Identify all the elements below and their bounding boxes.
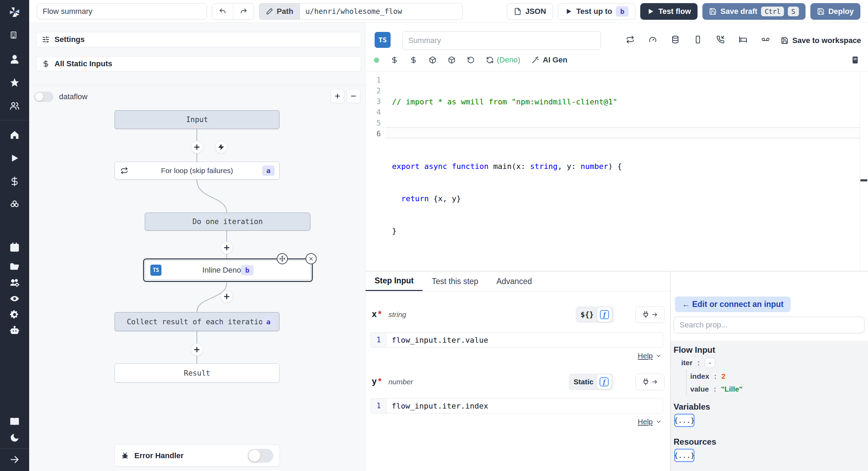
node-input[interactable]: Input	[115, 110, 279, 129]
field-y-help[interactable]: Help	[638, 418, 662, 426]
redo-icon	[240, 8, 248, 15]
history-icon[interactable]	[467, 56, 475, 64]
undo-redo-group	[212, 3, 254, 20]
save-draft-button[interactable]: Save draft Ctrl S	[702, 3, 806, 20]
field-x-help[interactable]: Help	[638, 352, 662, 360]
tree-row-index[interactable]: index : 2	[690, 372, 726, 380]
deploy-button[interactable]: Deploy	[810, 3, 860, 20]
concurrency-gauge-icon[interactable]	[649, 35, 658, 45]
windmill-logo-icon[interactable]	[0, 0, 29, 24]
step-summary-input[interactable]	[402, 31, 601, 50]
field-x-expression-editor[interactable]: 1 flow_input.iter.value	[370, 332, 663, 348]
field-x-mode-toggle[interactable]: ${} f	[576, 306, 614, 323]
sidebar-item-audit[interactable]	[0, 291, 29, 307]
test-flow-button[interactable]: Test flow	[640, 3, 698, 20]
collapse-button[interactable]: -	[705, 358, 715, 368]
sidebar-item-folders[interactable]	[0, 259, 29, 275]
variable-dollar-icon[interactable]	[391, 56, 398, 64]
sidebar-item-favorites[interactable]	[0, 71, 29, 94]
add-trigger-button[interactable]	[215, 141, 227, 153]
sleep-bed-icon[interactable]	[739, 35, 749, 45]
runtime-group[interactable]: (Deno)	[486, 55, 520, 65]
node-for-loop[interactable]: For loop (skip failures) a	[115, 162, 279, 180]
code-area[interactable]: // import * as wmill from "npm:windmill-…	[392, 75, 622, 290]
tab-test-this-step[interactable]: Test this step	[423, 272, 487, 291]
tab-advanced[interactable]: Advanced	[487, 272, 541, 291]
node-for-loop-id-badge: a	[262, 165, 275, 176]
resource-dollar-icon[interactable]	[410, 56, 417, 64]
sidebar-item-home[interactable]	[0, 123, 29, 146]
tab-step-input[interactable]: Step Input	[366, 272, 423, 291]
node-result[interactable]: Result	[115, 363, 279, 383]
cache-database-icon[interactable]	[671, 35, 681, 45]
path-input[interactable]	[300, 3, 463, 20]
flow-summary-input[interactable]	[37, 3, 207, 19]
tree-row-iter[interactable]: iter : -	[681, 358, 715, 368]
sidebar-item-ai[interactable]	[0, 323, 29, 339]
sidebar-item-users[interactable]	[0, 94, 29, 117]
code-line: export async function main(x: string, y:…	[392, 161, 622, 172]
sidebar-item-workers[interactable]	[0, 307, 29, 323]
variables-expand-button[interactable]: {...}	[674, 414, 694, 427]
tree-row-value[interactable]: value : "Lille"	[690, 385, 743, 393]
save-to-workspace-button[interactable]: Save to workspace	[781, 36, 861, 45]
package-icon[interactable]	[429, 56, 436, 64]
building-icon	[9, 31, 20, 41]
editor-toolbar: (Deno) AI Gen	[374, 55, 567, 65]
library-icon[interactable]	[851, 56, 859, 64]
sidebar-item-variables[interactable]	[0, 170, 29, 193]
error-handler-label: Error Handler	[134, 451, 242, 460]
field-y-expression-editor[interactable]: 1 flow_input.iter.index	[370, 398, 663, 413]
add-step-button[interactable]	[191, 141, 203, 153]
sidebar-item-docs[interactable]	[0, 414, 29, 430]
retries-icon[interactable]	[626, 35, 636, 45]
editor-scrollbar[interactable]	[860, 72, 868, 271]
static-mode-label[interactable]: Static	[574, 378, 593, 386]
sidebar-item-schedules[interactable]	[0, 236, 29, 259]
javascript-mode-chip[interactable]: f	[597, 375, 611, 389]
ai-gen-label: AI Gen	[543, 55, 567, 65]
connect-input-panel: ← Edit or connect an input Flow Input it…	[670, 271, 868, 471]
move-node-button[interactable]	[277, 253, 288, 264]
add-step-button[interactable]	[221, 291, 233, 302]
add-step-button[interactable]	[221, 242, 233, 254]
line-number: 1	[371, 399, 387, 413]
ai-gen-button[interactable]: AI Gen	[532, 55, 567, 65]
early-stop-icon[interactable]	[694, 35, 703, 45]
node-collect-result[interactable]: Collect result of each iteration a	[115, 312, 279, 331]
play-icon	[647, 8, 654, 15]
save-icon	[709, 8, 717, 15]
sidebar-expand-button[interactable]	[0, 452, 29, 468]
sidebar-item-resources[interactable]	[0, 193, 29, 216]
package-icon[interactable]	[448, 56, 456, 64]
add-step-button[interactable]	[191, 344, 203, 356]
save-draft-label: Save draft	[720, 7, 757, 16]
sidebar-divider	[0, 448, 29, 449]
field-x-connect-button[interactable]	[635, 306, 665, 323]
mock-voicemail-icon[interactable]	[761, 35, 771, 45]
redo-button[interactable]	[233, 3, 254, 19]
sidebar-item-runs[interactable]	[0, 146, 29, 170]
suspend-phone-icon[interactable]	[716, 35, 726, 45]
step-input-panel: Step Input Test this step Advanced x* st…	[366, 271, 670, 471]
sidebar-item-user[interactable]	[0, 48, 29, 71]
field-y-connect-button[interactable]	[635, 374, 665, 390]
topbar: Path JSON Test up to b Test flow Save dr…	[29, 0, 868, 23]
sidebar-item-workspace[interactable]	[0, 24, 29, 48]
undo-button[interactable]	[212, 3, 233, 19]
resources-expand-button[interactable]: {...}	[674, 449, 694, 462]
template-mode-label[interactable]: ${}	[581, 310, 594, 319]
json-button[interactable]: JSON	[507, 3, 553, 20]
sidebar-item-groups[interactable]	[0, 275, 29, 291]
javascript-mode-chip[interactable]: f	[597, 307, 612, 322]
sidebar-item-theme[interactable]	[0, 430, 29, 446]
test-up-to-button[interactable]: Test up to b	[558, 3, 636, 20]
edit-or-connect-button[interactable]: ← Edit or connect an input	[675, 297, 791, 312]
error-handler-toggle[interactable]	[248, 449, 273, 463]
node-do-one-iteration[interactable]: Do one iteration	[145, 213, 310, 231]
field-y-mode-toggle[interactable]: Static f	[569, 374, 614, 390]
path-label-chip[interactable]: Path	[259, 3, 300, 20]
node-inline-deno-selected[interactable]: TS Inline Deno b	[143, 258, 313, 282]
search-prop-input[interactable]	[674, 317, 865, 333]
delete-node-button[interactable]	[306, 253, 317, 264]
